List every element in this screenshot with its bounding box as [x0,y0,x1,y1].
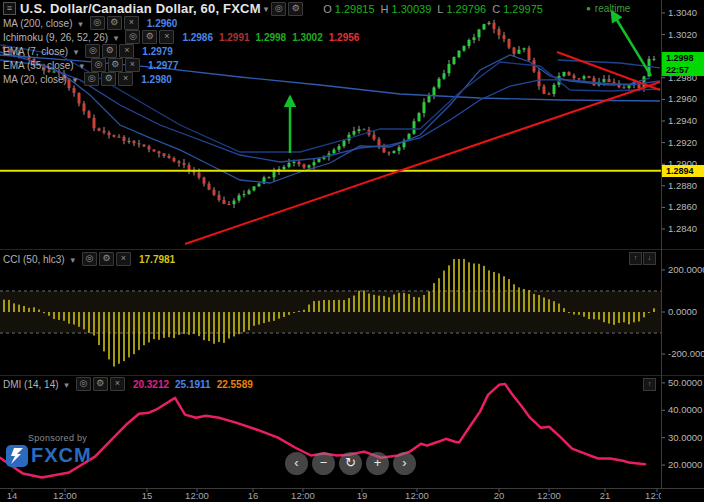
eye-icon[interactable]: ◎ [271,2,286,16]
realtime-label: realtime [595,3,631,14]
eye-icon[interactable]: ◎ [84,72,99,86]
svg-text:1.3020: 1.3020 [668,29,697,40]
indicator-value: 1.2991 [219,32,250,43]
indicator-value: 1.2986 [182,32,213,43]
svg-text:200.0000: 200.0000 [668,264,704,275]
close-icon[interactable]: × [124,16,139,30]
gear-icon[interactable]: ⚙ [99,252,114,266]
gear-icon[interactable]: ⚙ [142,30,157,44]
svg-text:20.0000: 20.0000 [668,459,702,470]
svg-text:1.2940: 1.2940 [668,115,697,126]
realtime-dot-icon: ● [586,4,591,13]
indicator-value: 25.1911 [175,379,211,390]
indicator-label[interactable]: EMA (55, close) ▾ [3,60,87,71]
chart-app: 1.30401.30201.30001.29801.29601.29401.29… [0,0,704,502]
eye-icon[interactable]: ◎ [125,30,140,44]
time-axis[interactable]: 1412:001512:001612:001912:002012:002112:… [0,489,661,502]
time-label: 12:00 [645,490,661,501]
reset-view-button[interactable]: ↻ [339,452,362,475]
svg-text:1.2840: 1.2840 [668,223,697,234]
svg-text:1.2860: 1.2860 [668,201,697,212]
time-label: 12:00 [405,490,429,501]
pane-up-button[interactable]: ↑ [629,252,642,265]
svg-text:50.0000: 50.0000 [668,377,702,388]
open-label: O [323,3,332,15]
gear-icon[interactable]: ⚙ [101,72,116,86]
scroll-left-button[interactable]: ‹ [285,452,308,475]
fxcm-logo-text: FXCM [31,444,92,467]
high-label: H [381,3,389,15]
chevron-down-icon: ▾ [70,255,75,265]
indicator-label[interactable]: Ichimoku (9, 26, 52, 26) ▾ [3,32,121,43]
chart-nav-buttons: ‹ − ↻ + › [285,452,416,475]
svg-text:1.3040: 1.3040 [668,7,697,18]
time-label: 12:00 [185,490,209,501]
time-label: 20 [494,490,505,501]
zoom-out-button[interactable]: − [312,452,335,475]
indicator-label[interactable]: DMI (14, 14) ▾ [3,379,72,390]
gear-icon[interactable]: ⚙ [108,58,123,72]
indicator-label[interactable]: CCI (50, hlc3) ▾ [3,254,78,265]
low-label: L [437,3,443,15]
gear-icon[interactable]: ⚙ [107,16,122,30]
time-label: 12:00 [537,490,561,501]
indicator-value: 22.5589 [217,379,253,390]
chevron-down-icon: ▾ [74,47,79,57]
scroll-right-button[interactable]: › [393,452,416,475]
chevron-down-icon[interactable]: ▾ [264,4,269,14]
indicator-value: 1.2998 [256,32,287,43]
svg-text:1.2920: 1.2920 [668,137,697,148]
indicator-label[interactable]: EMA (7, close) ▾ [3,46,81,57]
symbol-title[interactable]: U.S. Dollar/Canadian Dollar, 60, FXCM [20,1,261,16]
close-value: 1.29975 [503,3,543,15]
fxcm-logo-icon [6,445,28,467]
pane-up-button[interactable]: ↑ [643,378,656,391]
indicator-value: 17.7981 [139,254,175,265]
chevron-down-icon: ▾ [73,75,78,85]
indicator-value: 1.2956 [329,32,360,43]
indicator-value: 20.3212 [133,379,169,390]
indicator-label[interactable]: MA (200, close) ▾ [3,18,86,29]
close-icon[interactable]: × [118,72,133,86]
eye-icon[interactable]: ◎ [76,377,91,391]
indicator-value: 1.2960 [147,18,178,29]
bar-countdown-badge: 22:57 [662,64,704,76]
sponsor-block[interactable]: Sponsored by FXCM [6,433,92,467]
high-value: 1.30039 [392,3,432,15]
chevron-down-icon: ▾ [79,61,84,71]
gear-icon[interactable]: ⚙ [93,377,108,391]
open-value: 1.29815 [335,3,375,15]
indicator-label[interactable]: MA (20, close) ▾ [3,74,80,85]
eye-icon[interactable]: ◎ [85,44,100,58]
close-icon[interactable]: × [116,252,131,266]
zoom-in-button[interactable]: + [366,452,389,475]
indicator-row-ma20: MA (20, close) ▾ ◎ ⚙ × 1.2980 [3,72,543,86]
indicator-row-ichimoku: Ichimoku (9, 26, 52, 26) ▾ ◎ ⚙ × 1.2986 … [3,30,543,44]
gear-icon[interactable]: ⚙ [288,2,303,16]
indicator-row-ma200: MA (200, close) ▾ ◎ ⚙ × 1.2960 [3,16,543,30]
indicator-row-ema7: EMA (7, close) ▾ ◎ ⚙ × 1.2979 [3,44,543,58]
eye-icon[interactable]: ◎ [90,16,105,30]
svg-text:30.0000: 30.0000 [668,432,702,443]
gear-icon[interactable]: ⚙ [102,44,117,58]
close-label: C [492,3,500,15]
sponsored-by-label: Sponsored by [28,433,92,443]
chevron-down-icon: ▾ [114,33,119,43]
chevron-down-icon: ▾ [64,380,69,390]
legend-dmi: DMI (14, 14) ▾ ◎ ⚙ × 20.3212 25.1911 22.… [3,377,253,391]
eye-icon[interactable]: ◎ [82,252,97,266]
eye-icon[interactable]: ◎ [91,58,106,72]
legend-cci: CCI (50, hlc3) ▾ ◎ ⚙ × 17.7981 [3,252,175,266]
close-icon[interactable]: × [125,58,140,72]
time-label: 21 [600,490,611,501]
close-icon[interactable]: × [159,30,174,44]
close-icon[interactable]: × [119,44,134,58]
menu-icon[interactable]: ≡ [3,2,16,15]
svg-text:0.0000: 0.0000 [668,306,697,317]
svg-text:1.2960: 1.2960 [668,93,697,104]
pane-down-button[interactable]: ↓ [643,252,656,265]
close-icon[interactable]: × [110,377,125,391]
last-price-badge: 1.2998 [662,52,704,64]
indicator-value: 1.3002 [292,32,323,43]
time-label: 16 [248,490,259,501]
